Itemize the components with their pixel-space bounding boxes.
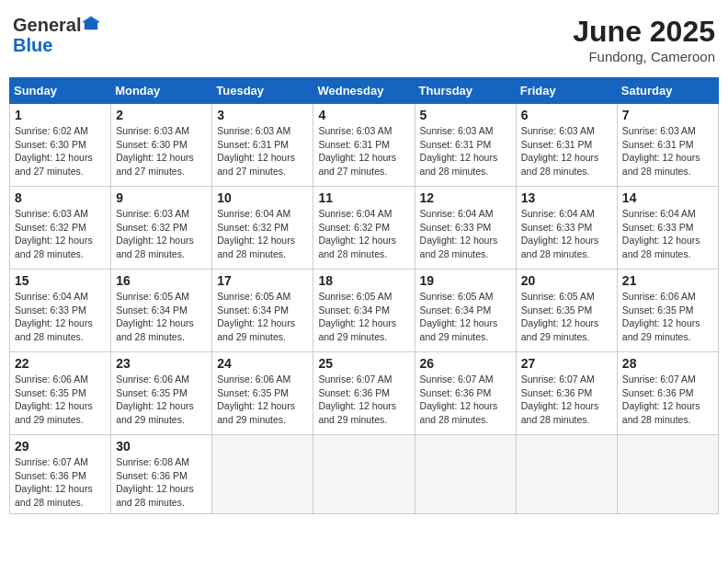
logo: General Blue (13, 15, 99, 55)
day-number: 4 (318, 108, 409, 122)
day-number: 25 (318, 356, 409, 371)
calendar-day-cell: 5Sunrise: 6:03 AM Sunset: 6:31 PM Daylig… (415, 104, 516, 187)
day-number: 23 (116, 356, 207, 371)
day-info: Sunrise: 6:03 AM Sunset: 6:32 PM Dayligh… (15, 207, 106, 261)
calendar-day-cell: 24Sunrise: 6:06 AM Sunset: 6:35 PM Dayli… (212, 352, 313, 435)
day-number: 29 (15, 439, 106, 454)
calendar-day-cell: 10Sunrise: 6:04 AM Sunset: 6:32 PM Dayli… (212, 187, 313, 270)
day-info: Sunrise: 6:04 AM Sunset: 6:33 PM Dayligh… (622, 207, 713, 261)
calendar-day-cell: 12Sunrise: 6:04 AM Sunset: 6:33 PM Dayli… (415, 187, 516, 270)
calendar-day-cell: 16Sunrise: 6:05 AM Sunset: 6:34 PM Dayli… (111, 270, 212, 352)
day-number: 22 (15, 356, 106, 371)
day-number: 28 (622, 356, 713, 371)
day-info: Sunrise: 6:04 AM Sunset: 6:32 PM Dayligh… (217, 207, 308, 261)
calendar-day-cell: 11Sunrise: 6:04 AM Sunset: 6:32 PM Dayli… (313, 187, 415, 270)
day-info: Sunrise: 6:07 AM Sunset: 6:36 PM Dayligh… (622, 373, 713, 427)
day-number: 6 (521, 108, 612, 122)
day-number: 19 (420, 273, 511, 288)
day-number: 26 (420, 356, 511, 371)
day-info: Sunrise: 6:07 AM Sunset: 6:36 PM Dayligh… (420, 373, 511, 427)
calendar: SundayMondayTuesdayWednesdayThursdayFrid… (9, 77, 719, 514)
day-number: 18 (318, 273, 409, 288)
logo-general-text: General (13, 15, 81, 35)
day-info: Sunrise: 6:06 AM Sunset: 6:35 PM Dayligh… (217, 373, 308, 427)
day-info: Sunrise: 6:05 AM Sunset: 6:34 PM Dayligh… (318, 290, 409, 344)
logo-icon (83, 15, 99, 31)
calendar-day-cell: 18Sunrise: 6:05 AM Sunset: 6:34 PM Dayli… (313, 270, 415, 352)
calendar-day-cell (516, 435, 617, 514)
header-thursday: Thursday (415, 78, 516, 104)
calendar-day-cell: 15Sunrise: 6:04 AM Sunset: 6:33 PM Dayli… (10, 270, 111, 352)
header-friday: Friday (516, 78, 617, 104)
calendar-day-cell: 4Sunrise: 6:03 AM Sunset: 6:31 PM Daylig… (313, 104, 415, 187)
day-info: Sunrise: 6:05 AM Sunset: 6:34 PM Dayligh… (420, 290, 511, 344)
day-number: 13 (521, 190, 612, 205)
day-info: Sunrise: 6:02 AM Sunset: 6:30 PM Dayligh… (15, 124, 106, 178)
day-number: 20 (521, 273, 612, 288)
day-info: Sunrise: 6:07 AM Sunset: 6:36 PM Dayligh… (521, 373, 612, 427)
calendar-day-cell: 8Sunrise: 6:03 AM Sunset: 6:32 PM Daylig… (10, 187, 111, 270)
location: Fundong, Cameroon (573, 49, 715, 64)
title-area: June 2025 Fundong, Cameroon (573, 15, 715, 64)
day-number: 12 (420, 190, 511, 205)
calendar-day-cell: 21Sunrise: 6:06 AM Sunset: 6:35 PM Dayli… (617, 270, 718, 352)
day-info: Sunrise: 6:03 AM Sunset: 6:31 PM Dayligh… (318, 124, 409, 178)
day-number: 10 (217, 190, 308, 205)
calendar-day-cell: 29Sunrise: 6:07 AM Sunset: 6:36 PM Dayli… (10, 435, 111, 514)
day-number: 21 (622, 273, 713, 288)
day-info: Sunrise: 6:05 AM Sunset: 6:34 PM Dayligh… (116, 290, 207, 344)
calendar-day-cell: 26Sunrise: 6:07 AM Sunset: 6:36 PM Dayli… (415, 352, 516, 435)
svg-marker-0 (85, 17, 97, 29)
day-info: Sunrise: 6:03 AM Sunset: 6:31 PM Dayligh… (521, 124, 612, 178)
day-info: Sunrise: 6:04 AM Sunset: 6:33 PM Dayligh… (420, 207, 511, 261)
header-sunday: Sunday (10, 78, 111, 104)
calendar-day-cell: 20Sunrise: 6:05 AM Sunset: 6:35 PM Dayli… (516, 270, 617, 352)
calendar-day-cell (212, 435, 313, 514)
calendar-day-cell: 27Sunrise: 6:07 AM Sunset: 6:36 PM Dayli… (516, 352, 617, 435)
day-info: Sunrise: 6:04 AM Sunset: 6:33 PM Dayligh… (15, 290, 106, 344)
day-number: 7 (622, 108, 713, 122)
calendar-day-cell: 3Sunrise: 6:03 AM Sunset: 6:31 PM Daylig… (212, 104, 313, 187)
calendar-day-cell (617, 435, 718, 514)
calendar-day-cell: 19Sunrise: 6:05 AM Sunset: 6:34 PM Dayli… (415, 270, 516, 352)
day-info: Sunrise: 6:04 AM Sunset: 6:32 PM Dayligh… (318, 207, 409, 261)
day-info: Sunrise: 6:05 AM Sunset: 6:35 PM Dayligh… (521, 290, 612, 344)
calendar-day-cell: 1Sunrise: 6:02 AM Sunset: 6:30 PM Daylig… (10, 104, 111, 187)
calendar-day-cell: 6Sunrise: 6:03 AM Sunset: 6:31 PM Daylig… (516, 104, 617, 187)
day-number: 3 (217, 108, 308, 122)
header-saturday: Saturday (617, 78, 718, 104)
calendar-day-cell (313, 435, 415, 514)
header-monday: Monday (111, 78, 212, 104)
calendar-day-cell: 30Sunrise: 6:08 AM Sunset: 6:36 PM Dayli… (111, 435, 212, 514)
calendar-day-cell: 23Sunrise: 6:06 AM Sunset: 6:35 PM Dayli… (111, 352, 212, 435)
calendar-day-cell: 9Sunrise: 6:03 AM Sunset: 6:32 PM Daylig… (111, 187, 212, 270)
calendar-week-row: 8Sunrise: 6:03 AM Sunset: 6:32 PM Daylig… (10, 187, 719, 270)
header-tuesday: Tuesday (212, 78, 313, 104)
day-info: Sunrise: 6:06 AM Sunset: 6:35 PM Dayligh… (116, 373, 207, 427)
header: General Blue June 2025 Fundong, Cameroon (9, 9, 719, 70)
calendar-day-cell: 22Sunrise: 6:06 AM Sunset: 6:35 PM Dayli… (10, 352, 111, 435)
calendar-day-cell: 25Sunrise: 6:07 AM Sunset: 6:36 PM Dayli… (313, 352, 415, 435)
calendar-day-cell: 17Sunrise: 6:05 AM Sunset: 6:34 PM Dayli… (212, 270, 313, 352)
day-info: Sunrise: 6:03 AM Sunset: 6:31 PM Dayligh… (217, 124, 308, 178)
day-info: Sunrise: 6:07 AM Sunset: 6:36 PM Dayligh… (15, 455, 106, 510)
header-wednesday: Wednesday (313, 78, 415, 104)
day-number: 24 (217, 356, 308, 371)
calendar-day-cell: 14Sunrise: 6:04 AM Sunset: 6:33 PM Dayli… (617, 187, 718, 270)
day-number: 8 (15, 190, 106, 205)
month-title: June 2025 (573, 15, 715, 49)
day-info: Sunrise: 6:04 AM Sunset: 6:33 PM Dayligh… (521, 207, 612, 261)
calendar-day-cell: 28Sunrise: 6:07 AM Sunset: 6:36 PM Dayli… (617, 352, 718, 435)
calendar-week-row: 29Sunrise: 6:07 AM Sunset: 6:36 PM Dayli… (10, 435, 719, 514)
day-number: 27 (521, 356, 612, 371)
day-number: 30 (116, 439, 207, 454)
calendar-day-cell: 7Sunrise: 6:03 AM Sunset: 6:31 PM Daylig… (617, 104, 718, 187)
day-number: 15 (15, 273, 106, 288)
day-info: Sunrise: 6:03 AM Sunset: 6:31 PM Dayligh… (420, 124, 511, 178)
day-number: 16 (116, 273, 207, 288)
calendar-header-row: SundayMondayTuesdayWednesdayThursdayFrid… (10, 78, 719, 104)
day-number: 11 (318, 190, 409, 205)
day-number: 1 (15, 108, 106, 122)
day-number: 14 (622, 190, 713, 205)
day-info: Sunrise: 6:06 AM Sunset: 6:35 PM Dayligh… (15, 373, 106, 427)
